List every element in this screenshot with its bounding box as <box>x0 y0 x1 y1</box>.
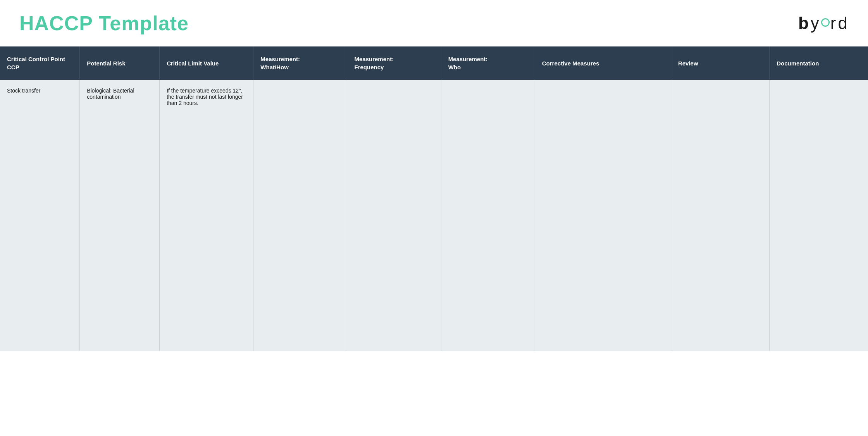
col-header-review: Review <box>671 46 769 80</box>
haccp-table-container: Critical Control Point CCP Potential Ris… <box>0 46 868 351</box>
cell-review <box>671 80 769 351</box>
col-header-doc: Documentation <box>770 46 868 80</box>
cell-ccp: Stock transfer <box>0 80 80 351</box>
logo-y: y <box>811 14 820 33</box>
cell-corrective <box>535 80 671 351</box>
cell-what <box>253 80 347 351</box>
page-title: HACCP Template <box>19 12 189 35</box>
cell-freq <box>347 80 441 351</box>
col-header-risk: Potential Risk <box>80 46 160 80</box>
logo: b y r d <box>798 14 849 33</box>
col-header-who: Measurement: Who <box>441 46 535 80</box>
col-header-corrective: Corrective Measures <box>535 46 671 80</box>
cell-limit: If the temperature exceeds 12°, the tran… <box>160 80 253 351</box>
col-header-ccp: Critical Control Point CCP <box>0 46 80 80</box>
cell-doc <box>770 80 868 351</box>
logo-b: b <box>798 14 810 33</box>
col-header-freq: Measurement: Frequency <box>347 46 441 80</box>
table-row: Stock transfer Biological: Bacterial con… <box>0 80 868 351</box>
logo-r: r <box>830 14 837 33</box>
page-header: HACCP Template b y r d <box>0 0 868 43</box>
logo-d: d <box>838 14 849 33</box>
logo-o-circle <box>821 18 830 27</box>
col-header-what: Measurement: What/How <box>253 46 347 80</box>
haccp-table: Critical Control Point CCP Potential Ris… <box>0 46 868 351</box>
cell-who <box>441 80 535 351</box>
col-header-limit: Critical Limit Value <box>160 46 253 80</box>
page-wrapper: HACCP Template b y r d <box>0 0 868 436</box>
table-header-row: Critical Control Point CCP Potential Ris… <box>0 46 868 80</box>
cell-risk: Biological: Bacterial contamination <box>80 80 160 351</box>
